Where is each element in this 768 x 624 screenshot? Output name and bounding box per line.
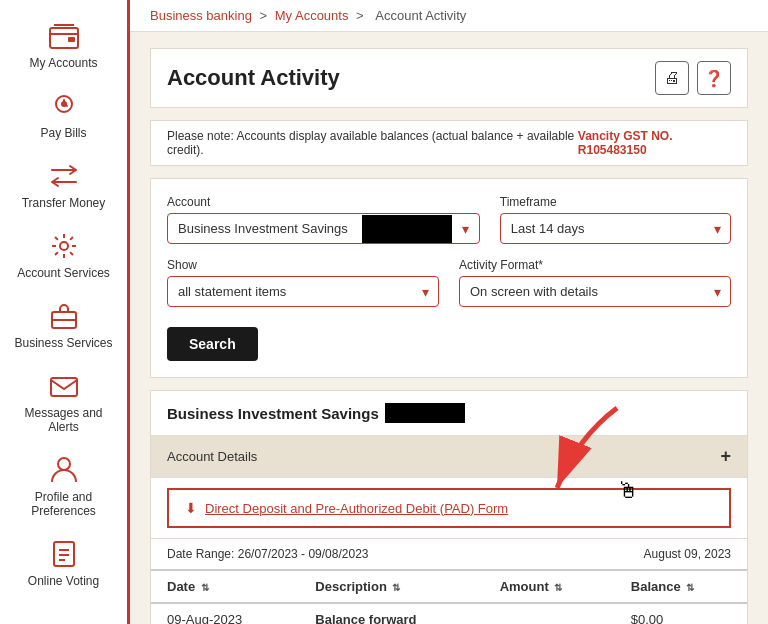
print-button[interactable]: 🖨 — [655, 61, 689, 95]
person-icon — [48, 454, 80, 486]
table-header-row: Date ⇅ Description ⇅ Amount ⇅ Balance — [151, 570, 747, 603]
sidebar-label-messages-alerts: Messages and Alerts — [8, 406, 119, 434]
col-amount: Amount ⇅ — [484, 570, 615, 603]
gear-icon — [48, 230, 80, 262]
svg-point-7 — [58, 458, 70, 470]
sort-icon-description[interactable]: ⇅ — [392, 582, 400, 593]
timeframe-label: Timeframe — [500, 195, 731, 209]
pad-form-container: ⬇ Direct Deposit and Pre-Authorized Debi… — [151, 488, 747, 528]
page-header: Account Activity 🖨 ❓ — [150, 48, 748, 108]
account-mask — [362, 215, 452, 243]
receipt-icon — [48, 90, 80, 122]
sidebar-item-transfer-money[interactable]: Transfer Money — [0, 150, 127, 220]
header-icons: 🖨 ❓ — [655, 61, 731, 95]
activity-format-field-group: Activity Format* On screen with details … — [459, 258, 731, 307]
date-range-row: Date Range: 26/07/2023 - 09/08/2023 Augu… — [151, 538, 747, 569]
search-form: Account Business Investment Savings ▾ Ti… — [150, 178, 748, 378]
timeframe-select[interactable]: Last 14 days Last 30 days Last 60 days L… — [500, 213, 731, 244]
activity-format-select[interactable]: On screen with details On screen without… — [459, 276, 731, 307]
form-row-2: Show all statement items deposits only w… — [167, 258, 731, 307]
col-date: Date ⇅ — [151, 570, 299, 603]
col-balance: Balance ⇅ — [615, 570, 747, 603]
transfer-icon — [48, 160, 80, 192]
date-label: August 09, 2023 — [644, 547, 731, 561]
account-select-wrapper[interactable]: Business Investment Savings ▾ — [167, 213, 480, 244]
account-details-toggle[interactable]: Account Details + — [151, 435, 747, 478]
svg-point-4 — [60, 242, 68, 250]
sidebar-label-profile-preferences: Profile and Preferences — [8, 490, 119, 518]
notice-text: Please note: Accounts display available … — [167, 129, 578, 157]
breadcrumb-sep-2: > — [356, 8, 367, 23]
account-select-text: Business Investment Savings — [168, 214, 358, 243]
cell-balance: $0.00 — [615, 603, 747, 624]
show-label: Show — [167, 258, 439, 272]
account-label: Account — [167, 195, 480, 209]
date-range-label: Date Range: 26/07/2023 - 09/08/2023 — [167, 547, 369, 561]
svg-point-3 — [61, 101, 67, 107]
breadcrumb-my-accounts[interactable]: My Accounts — [275, 8, 349, 23]
activity-format-select-wrapper: On screen with details On screen without… — [459, 276, 731, 307]
search-button[interactable]: Search — [167, 327, 258, 361]
sidebar-label-business-services: Business Services — [14, 336, 112, 350]
envelope-icon — [48, 370, 80, 402]
sidebar-label-online-voting: Online Voting — [28, 574, 99, 588]
sort-icon-amount[interactable]: ⇅ — [554, 582, 562, 593]
timeframe-select-wrapper: Last 14 days Last 30 days Last 60 days L… — [500, 213, 731, 244]
cell-date: 09-Aug-2023 — [151, 603, 299, 624]
account-details-label: Account Details — [167, 449, 257, 464]
pad-form-link[interactable]: Direct Deposit and Pre-Authorized Debit … — [205, 501, 508, 516]
pad-form-area: ⬇ Direct Deposit and Pre-Authorized Debi… — [167, 488, 731, 528]
table-body: 09-Aug-2023 Balance forward $0.00 — [151, 603, 747, 624]
sidebar-label-transfer-money: Transfer Money — [22, 196, 106, 210]
show-select[interactable]: all statement items deposits only withdr… — [167, 276, 439, 307]
form-row-1: Account Business Investment Savings ▾ Ti… — [167, 195, 731, 244]
cell-description: Balance forward — [299, 603, 483, 624]
sort-icon-balance[interactable]: ⇅ — [686, 582, 694, 593]
sort-icon-date[interactable]: ⇅ — [201, 582, 209, 593]
results-section: Business Investment Savings Account Deta… — [150, 390, 748, 624]
help-button[interactable]: ❓ — [697, 61, 731, 95]
activity-table: Date ⇅ Description ⇅ Amount ⇅ Balance — [151, 569, 747, 624]
sidebar-item-messages-alerts[interactable]: Messages and Alerts — [0, 360, 127, 444]
breadcrumb-business-banking[interactable]: Business banking — [150, 8, 252, 23]
results-account-header: Business Investment Savings — [151, 391, 747, 435]
results-account-mask — [385, 403, 465, 423]
help-icon: ❓ — [704, 69, 724, 88]
main-content: Business banking > My Accounts > Account… — [130, 0, 768, 624]
account-chevron-icon: ▾ — [452, 221, 479, 237]
sidebar-label-pay-bills: Pay Bills — [40, 126, 86, 140]
sidebar-item-account-services[interactable]: Account Services — [0, 220, 127, 290]
printer-icon: 🖨 — [664, 69, 680, 87]
ballot-icon — [48, 538, 80, 570]
svg-rect-6 — [51, 378, 77, 396]
svg-rect-1 — [68, 37, 75, 42]
breadcrumb: Business banking > My Accounts > Account… — [130, 0, 768, 32]
show-select-wrapper: all statement items deposits only withdr… — [167, 276, 439, 307]
breadcrumb-sep-1: > — [260, 8, 271, 23]
sidebar-label-account-services: Account Services — [17, 266, 110, 280]
briefcase-icon — [48, 300, 80, 332]
notice-bar: Please note: Accounts display available … — [150, 120, 748, 166]
sidebar-label-my-accounts: My Accounts — [29, 56, 97, 70]
col-description: Description ⇅ — [299, 570, 483, 603]
page-title: Account Activity — [167, 65, 340, 91]
cell-amount — [484, 603, 615, 624]
page-content: Account Activity 🖨 ❓ Please note: Accoun… — [130, 32, 768, 624]
sidebar-item-business-services[interactable]: Business Services — [0, 290, 127, 360]
sidebar-item-pay-bills[interactable]: Pay Bills — [0, 80, 127, 150]
breadcrumb-current: Account Activity — [375, 8, 466, 23]
show-field-group: Show all statement items deposits only w… — [167, 258, 439, 307]
sidebar-item-profile-preferences[interactable]: Profile and Preferences — [0, 444, 127, 528]
sidebar-item-online-voting[interactable]: Online Voting — [0, 528, 127, 598]
account-details-plus-icon: + — [720, 446, 731, 467]
wallet-icon — [48, 20, 80, 52]
table-row: 09-Aug-2023 Balance forward $0.00 — [151, 603, 747, 624]
results-account-name: Business Investment Savings — [167, 405, 379, 422]
sidebar: My Accounts Pay Bills Transfer Money — [0, 0, 130, 624]
activity-format-label: Activity Format* — [459, 258, 731, 272]
download-icon: ⬇ — [185, 500, 197, 516]
gst-number: Vancity GST NO. R105483150 — [578, 129, 731, 157]
account-field-group: Account Business Investment Savings ▾ — [167, 195, 480, 244]
sidebar-item-my-accounts[interactable]: My Accounts — [0, 10, 127, 80]
timeframe-field-group: Timeframe Last 14 days Last 30 days Last… — [500, 195, 731, 244]
